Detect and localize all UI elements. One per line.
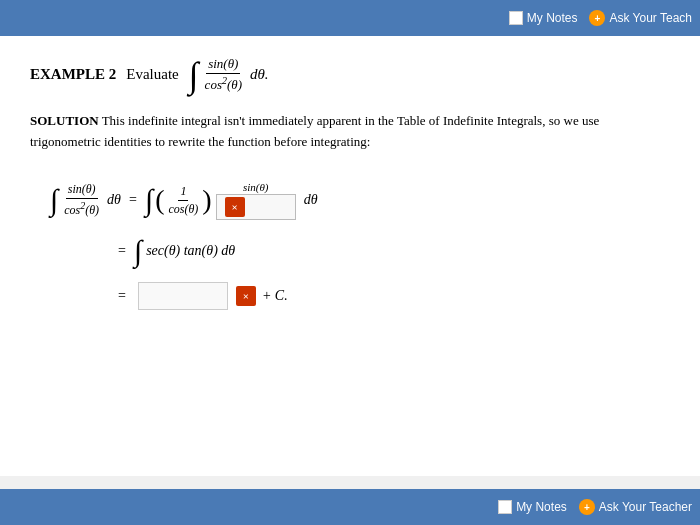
integral-symbol: ∫ [189,57,199,93]
example-label: EXAMPLE 2 [30,66,116,83]
lhs-fraction: sin(θ) cos2(θ) [62,182,101,218]
solution-description: This indefinite integral isn't immediate… [30,113,599,149]
equals-3: = [118,288,126,304]
ask-teacher-icon: + [589,10,605,26]
evaluate-label: Evaluate [126,66,178,83]
integral-row2: ∫ [134,236,142,266]
integral-lhs: ∫ [50,185,58,215]
rhs-frac-1: 1 cos(θ) [166,184,200,217]
lhs-dtheta: dθ [107,192,121,208]
dtheta: dθ. [250,66,269,83]
bottom-ask-teacher-icon: + [579,499,595,515]
math-row-1: ∫ sin(θ) cos2(θ) dθ = ∫ ( 1 cos(θ) ) [50,181,650,220]
frac-numerator: sin(θ) [206,56,240,74]
bottom-ask-teacher-section[interactable]: + Ask Your Teacher [579,499,692,515]
bottom-ask-teacher-label: Ask Your Teacher [599,500,692,514]
plus-c: + C. [262,288,288,304]
bottom-notes-checkbox[interactable] [498,500,512,514]
main-fraction: sin(θ) cos2(θ) [203,56,244,93]
math-row-3: = × + C. [110,282,650,310]
sin-input-box[interactable]: × [216,194,296,220]
final-x-button[interactable]: × [236,286,256,306]
bottom-toolbar: My Notes + Ask Your Teacher [0,489,700,525]
ask-teacher-label: Ask Your Teach [609,11,692,25]
integral-rhs1: ∫ [145,185,153,215]
equals-2: = [118,243,126,259]
row3-expression: × + C. [134,282,288,310]
notes-checkbox[interactable] [509,11,523,25]
equals-1: = [129,192,137,208]
my-notes-label: My Notes [527,11,578,25]
sin-box-container: sin(θ) × [216,181,296,220]
frac-denominator: cos2(θ) [203,74,244,93]
sin-x-button[interactable]: × [225,197,245,217]
example-title: EXAMPLE 2 Evaluate ∫ sin(θ) cos2(θ) dθ. [30,56,670,93]
rhs-frac-1-num: 1 [178,184,188,201]
ask-teacher-section[interactable]: + Ask Your Teach [589,10,692,26]
rhs-expression-1: ∫ ( 1 cos(θ) ) sin(θ) × dθ [145,181,318,220]
math-working-area: ∫ sin(θ) cos2(θ) dθ = ∫ ( 1 cos(θ) ) [30,171,670,346]
rhs-frac-1-den: cos(θ) [166,201,200,217]
sin-box-label: sin(θ) [243,181,269,193]
solution-text-block: SOLUTION This indefinite integral isn't … [30,111,670,153]
sec-tan-text: sec(θ) tan(θ) dθ [146,243,235,259]
bottom-my-notes-section[interactable]: My Notes [498,500,567,514]
solution-label: SOLUTION [30,113,99,128]
main-content: EXAMPLE 2 Evaluate ∫ sin(θ) cos2(θ) dθ. … [0,36,700,476]
rhs-dtheta-1: dθ [304,192,318,208]
lhs-expression: ∫ sin(θ) cos2(θ) dθ [50,182,121,218]
math-row-2: = ∫ sec(θ) tan(θ) dθ [110,236,650,266]
open-paren-1: ( [155,186,164,214]
final-answer-box[interactable] [138,282,228,310]
lhs-frac-num: sin(θ) [66,182,98,199]
close-paren-1: ) [202,186,211,214]
my-notes-section[interactable]: My Notes [509,11,578,25]
top-toolbar: My Notes + Ask Your Teach [0,0,700,36]
lhs-frac-den: cos2(θ) [62,199,101,218]
integral-expression: ∫ sin(θ) cos2(θ) dθ. [189,56,269,93]
row2-expression: ∫ sec(θ) tan(θ) dθ [134,236,235,266]
bottom-my-notes-label: My Notes [516,500,567,514]
